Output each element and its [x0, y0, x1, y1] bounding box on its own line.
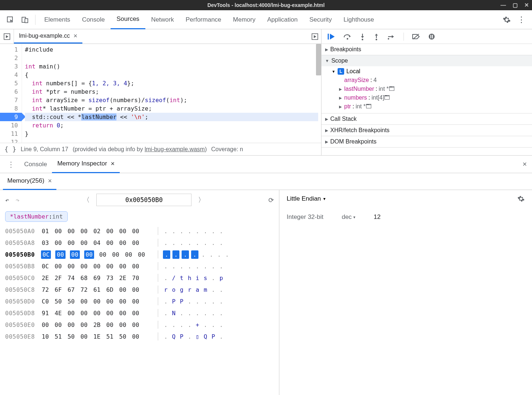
hex-byte[interactable]: 50 — [68, 333, 75, 340]
run-snippet-icon[interactable] — [312, 33, 318, 40]
minimize-icon[interactable]: — — [501, 2, 506, 8]
step-out-icon[interactable] — [373, 33, 379, 40]
step-into-icon[interactable] — [360, 33, 365, 40]
hex-byte[interactable]: 68 — [81, 275, 88, 282]
hex-byte[interactable]: 91 — [42, 310, 49, 317]
hex-byte[interactable]: 00 — [93, 263, 100, 270]
tab-lighthouse[interactable]: Lighthouse — [338, 10, 380, 29]
radix-select[interactable]: dec▾ — [342, 213, 355, 221]
hex-byte[interactable]: 00 — [132, 298, 139, 305]
redo-icon[interactable]: ↷ — [16, 196, 20, 204]
close-icon[interactable]: × — [48, 177, 52, 185]
endian-select[interactable]: Little Endian▾ — [287, 195, 325, 202]
hex-byte[interactable]: 00 — [81, 263, 88, 270]
tab-network[interactable]: Network — [145, 10, 180, 29]
hex-byte[interactable]: 50 — [68, 298, 75, 305]
drawer-tab-console[interactable]: Console — [19, 156, 52, 173]
hex-byte[interactable]: 2B — [93, 321, 100, 328]
hex-byte[interactable]: 00 — [81, 310, 88, 317]
address-input[interactable] — [96, 194, 191, 206]
hex-byte[interactable]: 00 — [132, 310, 139, 317]
scope-var[interactable]: arraySize: 4 — [332, 76, 532, 85]
undo-icon[interactable]: ↶ — [5, 196, 9, 204]
hex-byte[interactable]: 72 — [42, 286, 49, 293]
hex-byte[interactable]: 00 — [81, 228, 88, 235]
hex-byte[interactable]: 00 — [132, 263, 139, 270]
hex-byte[interactable]: 6F — [55, 286, 62, 293]
tab-memory[interactable]: Memory — [227, 10, 261, 29]
hex-byte[interactable]: 00 — [68, 239, 75, 246]
hex-byte[interactable]: 0C — [41, 250, 51, 259]
drawer-tab-memory-inspector[interactable]: Memory Inspector× — [52, 156, 120, 173]
hex-byte[interactable]: 00 — [138, 251, 145, 258]
hex-byte[interactable]: 00 — [81, 239, 88, 246]
scope-var[interactable]: ▶numbers: int[4]🗔 — [332, 93, 532, 102]
hex-byte[interactable]: 00 — [81, 321, 88, 328]
hex-byte[interactable]: 00 — [119, 298, 126, 305]
scope-section[interactable]: ▼Scope — [321, 55, 532, 66]
hex-byte[interactable]: 02 — [93, 228, 100, 235]
hex-byte[interactable]: 00 — [132, 333, 139, 340]
hex-byte[interactable]: 00 — [106, 239, 113, 246]
hex-byte[interactable]: 00 — [132, 239, 139, 246]
step-over-icon[interactable] — [343, 33, 351, 40]
hex-byte[interactable]: 01 — [42, 228, 49, 235]
dom-breakpoints-section[interactable]: ▶DOM Breakpoints — [321, 136, 532, 147]
hex-byte[interactable]: 50 — [119, 333, 126, 340]
hex-byte[interactable]: 00 — [99, 251, 106, 258]
hex-byte[interactable]: 51 — [55, 333, 62, 340]
wasm-link[interactable]: lmi-bug-example.wasm — [145, 146, 205, 152]
device-icon[interactable] — [18, 16, 32, 23]
hex-byte[interactable]: 2E — [119, 275, 126, 282]
hex-byte[interactable]: 00 — [112, 251, 119, 258]
pause-exceptions-icon[interactable] — [428, 33, 435, 40]
tab-performance[interactable]: Performance — [180, 10, 227, 29]
hex-byte[interactable]: 04 — [93, 239, 100, 246]
hex-byte[interactable]: 0C — [42, 263, 49, 270]
debugger-run-icon[interactable] — [0, 29, 14, 44]
highlight-chip[interactable]: *lastNumber: int — [5, 211, 68, 222]
gear-icon[interactable] — [517, 195, 525, 202]
hex-byte[interactable]: 00 — [70, 250, 80, 259]
hex-byte[interactable]: 00 — [55, 239, 62, 246]
hex-byte[interactable]: 00 — [119, 310, 126, 317]
tab-sources[interactable]: Sources — [111, 10, 145, 29]
tab-security[interactable]: Security — [304, 10, 338, 29]
resume-icon[interactable] — [327, 33, 335, 40]
close-icon[interactable]: × — [111, 160, 115, 168]
hex-byte[interactable]: 00 — [125, 251, 132, 258]
hex-byte[interactable]: 50 — [55, 298, 62, 305]
refresh-icon[interactable]: ⟳ — [268, 196, 274, 204]
hex-byte[interactable]: 51 — [106, 333, 113, 340]
hex-byte[interactable]: 00 — [132, 286, 139, 293]
hex-byte[interactable]: 00 — [84, 250, 94, 259]
step-icon[interactable] — [387, 33, 395, 40]
hex-byte[interactable]: 00 — [132, 321, 139, 328]
scope-var[interactable]: ▶lastNumber: int *🗔 — [332, 85, 532, 93]
hex-byte[interactable]: 00 — [68, 310, 75, 317]
hex-byte[interactable]: 74 — [68, 275, 75, 282]
hex-byte[interactable]: 00 — [106, 310, 113, 317]
hex-byte[interactable]: C0 — [42, 298, 49, 305]
tab-console[interactable]: Console — [76, 10, 111, 29]
hex-byte[interactable]: 00 — [68, 263, 75, 270]
scope-var[interactable]: ▶ptr: int *🗔 — [332, 102, 532, 111]
hex-byte[interactable]: 00 — [55, 250, 65, 259]
close-icon[interactable]: ✕ — [524, 2, 529, 8]
hex-byte[interactable]: 73 — [106, 275, 113, 282]
memory-tab[interactable]: Memory(256)× — [3, 173, 56, 190]
hex-byte[interactable]: 00 — [119, 239, 126, 246]
scrollbar-thumb[interactable] — [316, 44, 321, 75]
close-drawer-icon[interactable]: × — [522, 160, 527, 168]
hex-byte[interactable]: 2E — [42, 275, 49, 282]
hex-byte[interactable]: 00 — [106, 263, 113, 270]
call-stack-section[interactable]: ▶Call Stack — [321, 113, 532, 124]
tab-elements[interactable]: Elements — [38, 10, 76, 29]
hex-byte[interactable]: 00 — [106, 298, 113, 305]
hex-byte[interactable]: 10 — [42, 333, 49, 340]
hex-byte[interactable]: 00 — [81, 298, 88, 305]
hex-byte[interactable]: 00 — [132, 228, 139, 235]
hex-byte[interactable]: 00 — [119, 228, 126, 235]
prev-page-icon[interactable]: 〈 — [83, 195, 90, 204]
hex-byte[interactable]: 69 — [93, 275, 100, 282]
